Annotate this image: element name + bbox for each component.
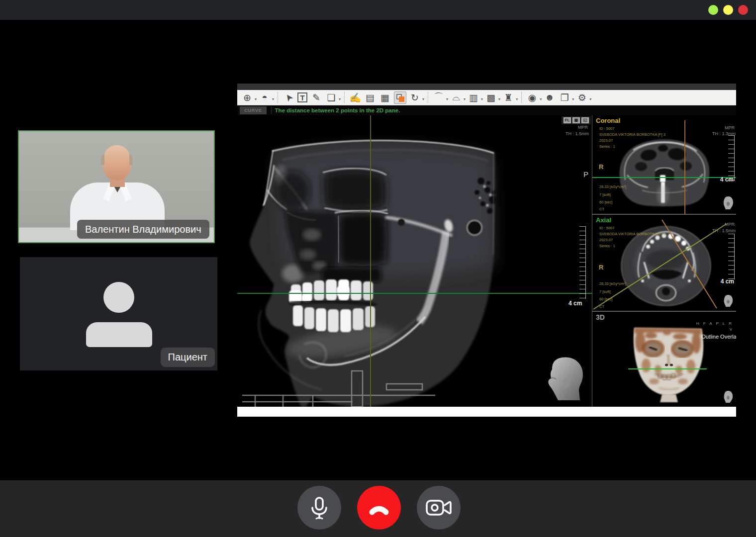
coronal-patient-label: SVEBODA VIKTORIA BORBOTKA [F] 3	[599, 132, 665, 137]
threed-render-image	[592, 312, 736, 407]
coronal-id-label: ID : 5007	[599, 126, 614, 131]
coronal-series-label: Series : 1	[599, 144, 615, 149]
patient-avatar-head	[103, 282, 134, 313]
image-tool-icon[interactable]: ▦	[379, 91, 391, 104]
doctor-hair	[101, 151, 133, 165]
arch-save-tool-icon[interactable]: ⌓	[450, 91, 463, 104]
coronal-axial-reference-line[interactable]	[592, 177, 736, 178]
toolbar-separator	[278, 92, 278, 103]
patient-tool-icon[interactable]: ☻	[544, 91, 556, 104]
dropdown-arrow-icon[interactable]: ▾	[572, 97, 574, 101]
main-orientation-p: P	[583, 170, 588, 179]
status-bar: CURVE The distance between 2 points in t…	[237, 105, 736, 115]
main-thickness-label: TH : 1.5mm	[566, 131, 589, 136]
dropdown-arrow-icon[interactable]: ▾	[589, 97, 591, 101]
crosshair-horizontal-line[interactable]	[237, 293, 592, 294]
coronal-date-label: 2023.07	[599, 138, 613, 143]
threed-pane[interactable]: 3D H F A P L R V Outline Overlay	[592, 312, 736, 407]
orientation-head-main	[543, 355, 588, 402]
dropdown-arrow-icon[interactable]: ▾	[498, 97, 500, 101]
shared-app-header	[237, 84, 736, 90]
coronal-scale-label: 4 cm	[720, 176, 734, 183]
coronal-sec-label: 60 [sec]	[599, 200, 612, 204]
dropdown-arrow-icon[interactable]: ▾	[446, 97, 448, 101]
orientation-head-threed	[723, 390, 734, 403]
coronal-modality-label: CT	[599, 207, 604, 211]
sagittal-pane[interactable]: FL ▦ ◱ MPR TH : 1.5mm P 4 cm	[237, 115, 592, 407]
camera-button[interactable]	[417, 486, 461, 530]
status-separator	[271, 107, 272, 114]
axial-pane[interactable]: Axial ID : 5007 SVEBODA VIKTORIA BORBOTK…	[592, 215, 736, 311]
dropdown-arrow-icon[interactable]: ▾	[422, 97, 424, 101]
coronal-scale-ruler	[728, 135, 735, 181]
dropdown-arrow-icon[interactable]: ▾	[272, 97, 274, 101]
layout-tool-icon[interactable]: ❐	[559, 91, 571, 104]
teeth-row-tool-icon[interactable]: ▥	[468, 91, 480, 104]
microphone-icon	[308, 496, 330, 520]
axial-patient-label: SVEBODA VIKTORIA BORBOTKA [F] 3	[599, 232, 665, 236]
overlay-tool-icon[interactable]	[394, 91, 406, 104]
patient-video-tile[interactable]: Пациент	[20, 257, 217, 370]
volume-tool-icon[interactable]: ◓	[259, 91, 271, 104]
dropdown-arrow-icon[interactable]: ▾	[255, 97, 257, 101]
shapes-tool-icon[interactable]: ❏	[325, 91, 338, 104]
pane-grid-icon[interactable]: ▦	[572, 117, 580, 123]
axial-id-label: ID : 5007	[599, 226, 614, 230]
threed-title: 3D	[596, 313, 605, 321]
doctor-video-tile[interactable]: Валентин Владимирович	[18, 130, 215, 243]
microphone-button[interactable]	[297, 486, 341, 530]
viewer-viewport: FL ▦ ◱ MPR TH : 1.5mm P 4 cm	[237, 115, 736, 407]
coronal-soft-label: 7 [soft]	[599, 192, 611, 197]
axial-thickness-label: TH : 1.5mm	[712, 228, 736, 233]
toolbar-icons: ⊕▾◓▾➤T✎❏▾✍▤▦↻▾⌒▾⌓▾▥▾▩▾♜▾◉▾☻❐▾⚙▾	[237, 90, 736, 105]
orientation-head-axial	[723, 294, 734, 307]
pane-expand-icon[interactable]: ◱	[581, 117, 589, 123]
axial-scale-ruler	[728, 234, 735, 279]
patient-name-label: Пациент	[161, 348, 215, 367]
implant-tool-icon[interactable]: ♜	[502, 91, 515, 104]
axial-title: Axial	[596, 216, 611, 224]
screen-share-region: ⊕▾◓▾➤T✎❏▾✍▤▦↻▾⌒▾⌓▾▥▾▩▾♜▾◉▾☻❐▾⚙▾ CURVE Th…	[237, 84, 736, 417]
hang-up-icon	[366, 495, 392, 521]
pane-corner-icons: FL ▦ ◱	[562, 116, 591, 124]
camera-tool-icon[interactable]: ◉	[526, 91, 539, 104]
text-tool-icon[interactable]: T	[297, 92, 307, 102]
crosshair-vertical-line[interactable]	[370, 115, 371, 407]
dropdown-arrow-icon[interactable]: ▾	[516, 97, 518, 101]
threed-axis-letters: H F A P L R	[696, 321, 733, 326]
window-titlebar[interactable]	[0, 0, 756, 20]
camera-icon	[425, 497, 453, 519]
rotate-tool-icon[interactable]: ↻	[409, 91, 421, 104]
coronal-pane[interactable]: Coronal ID : 5007 SVEBODA VIKTORIA BORBO…	[592, 115, 736, 214]
axial-orientation-r: R	[599, 264, 603, 271]
video-call-window: Валентин Владимирович Пациент ⊕▾◓▾➤T✎❏▾✍…	[0, 0, 756, 537]
arch-tool-icon[interactable]: ⌒	[433, 91, 445, 104]
hang-up-button[interactable]	[357, 486, 401, 530]
pencil-tool-icon[interactable]: ✎	[310, 91, 323, 104]
coronal-sagittal-reference-line[interactable]	[684, 120, 685, 214]
share-bottom-strip	[237, 407, 736, 417]
pane-fl-icon[interactable]: FL	[564, 117, 571, 123]
coronal-orientation-r: R	[599, 163, 603, 171]
teeth-chart-tool-icon[interactable]: ▩	[485, 91, 497, 104]
threed-reference-line[interactable]	[628, 368, 707, 369]
window-close-button[interactable]	[738, 5, 748, 15]
orientation-head-coronal	[722, 196, 734, 210]
cursor-tool-icon[interactable]: ➤	[280, 89, 297, 106]
axial-series-label: Series : 1	[599, 244, 615, 248]
axial-dose-label: 26.33 [sGy*cm²]	[599, 281, 626, 286]
dropdown-arrow-icon[interactable]: ▾	[339, 97, 341, 101]
settings-tool-icon[interactable]: ⚙	[576, 91, 588, 104]
window-zoom-button[interactable]	[708, 5, 718, 15]
dropdown-arrow-icon[interactable]: ▾	[481, 97, 483, 101]
globe-tool-icon[interactable]: ⊕	[241, 91, 254, 104]
axial-date-label: 2023.07	[599, 238, 613, 242]
window-minimize-button[interactable]	[723, 5, 733, 15]
annotate-tool-icon[interactable]: ✍	[349, 91, 362, 104]
toolbar-separator	[521, 92, 522, 103]
image-select-tool-icon[interactable]: ▤	[364, 91, 377, 104]
main-scale-label: 4 cm	[568, 300, 582, 307]
curve-tab[interactable]: CURVE	[240, 106, 267, 114]
dropdown-arrow-icon[interactable]: ▾	[540, 97, 542, 101]
dropdown-arrow-icon[interactable]: ▾	[464, 97, 466, 101]
